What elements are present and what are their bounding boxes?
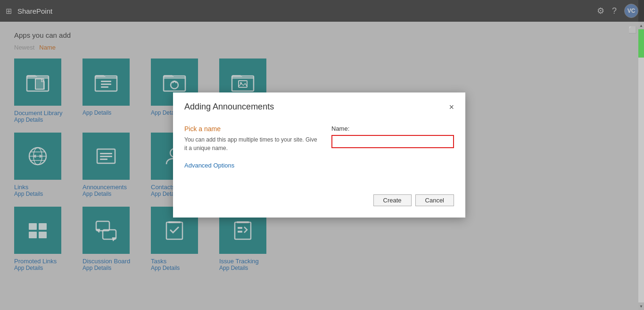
modal-name-input[interactable]	[331, 135, 454, 148]
scrollbar-track: ▲ ▼	[638, 0, 644, 310]
modal-cancel-button[interactable]: Cancel	[415, 194, 454, 206]
modal-left-panel: Pick a name You can add this app multipl…	[184, 125, 317, 169]
modal-description-text: You can add this app multiple times to y…	[184, 135, 317, 152]
scrollbar-arrow-up[interactable]: ▲	[638, 22, 644, 29]
modal-advanced-options-link[interactable]: Advanced Options	[184, 162, 317, 169]
modal-overlay: Adding Announcements × Pick a name You c…	[0, 0, 638, 310]
modal-pick-name-heading: Pick a name	[184, 125, 317, 133]
modal-footer: Create Cancel	[173, 194, 465, 218]
modal-create-button[interactable]: Create	[373, 194, 412, 206]
scrollbar-thumb[interactable]	[638, 29, 644, 58]
modal-close-button[interactable]: ×	[449, 103, 454, 111]
modal-name-label: Name:	[331, 125, 454, 132]
modal-title: Adding Announcements	[184, 102, 274, 112]
modal-header: Adding Announcements ×	[173, 92, 465, 117]
scrollbar-arrow-down[interactable]: ▼	[638, 302, 644, 310]
modal-body: Pick a name You can add this app multipl…	[173, 117, 465, 180]
modal-right-panel: Name:	[331, 125, 454, 148]
modal-dialog: Adding Announcements × Pick a name You c…	[173, 92, 465, 218]
